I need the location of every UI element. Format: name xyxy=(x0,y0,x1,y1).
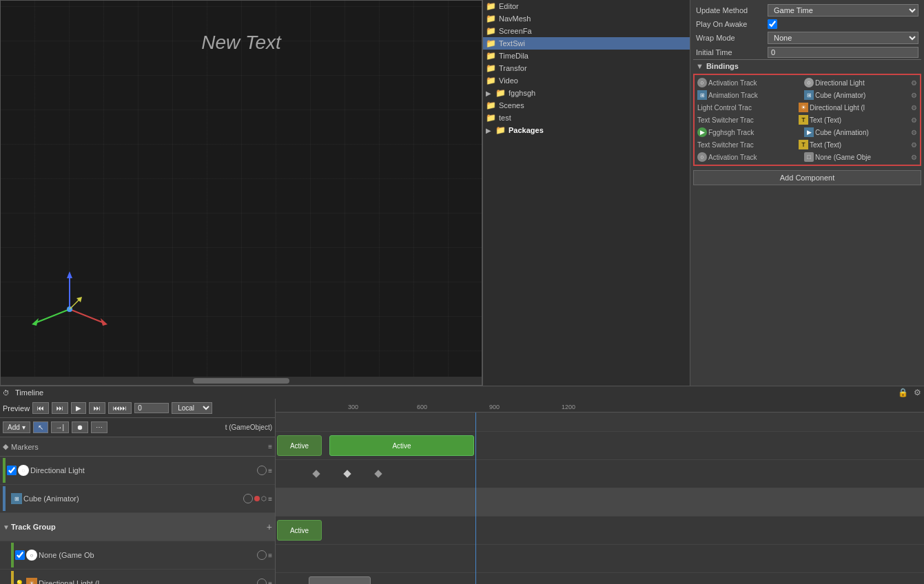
binding-settings-4[interactable]: ⚙ xyxy=(911,116,917,124)
project-item-editor[interactable]: 📁 Editor xyxy=(483,0,690,12)
keyframe-3 xyxy=(374,470,382,477)
project-panel: 📁 Editor 📁 NavMesh 📁 ScreenFa 📁 TextSwi … xyxy=(482,0,690,386)
project-item-fgghsgh[interactable]: ▶ 📁 fgghsgh xyxy=(483,87,690,99)
transport-start-btn[interactable]: ⏮ xyxy=(32,402,49,414)
project-item-video[interactable]: 📁 Video xyxy=(483,74,690,87)
folder-icon: 📁 xyxy=(486,63,496,73)
clip-active-small-1[interactable]: Active xyxy=(277,435,322,456)
binding-track-3: Light Control Trac xyxy=(697,104,797,112)
markers-label: Markers xyxy=(11,443,39,451)
clip-row-dl[interactable]: Active Active xyxy=(276,432,924,460)
project-item-screenfa[interactable]: 📁 ScreenFa xyxy=(483,25,690,37)
keyframe-2 xyxy=(343,470,351,477)
initial-time-input[interactable] xyxy=(768,47,918,58)
ruler-mark-1200: 1200 xyxy=(562,404,575,412)
light-bulb-icon: 💡 xyxy=(15,580,23,585)
clip-row-dll[interactable] xyxy=(276,545,924,573)
project-item-timedila[interactable]: 📁 TimeDila xyxy=(483,50,690,62)
track-row-none-gameobj: ○ None (Game Ob ≡ xyxy=(0,541,275,570)
transport-next-btn[interactable]: ⏭ xyxy=(89,402,105,414)
folder-icon: 📁 xyxy=(486,51,496,61)
project-item-packages[interactable]: ▶ 📁 Packages xyxy=(483,124,690,136)
transport-prev-btn[interactable]: ⏭ xyxy=(52,402,68,414)
track-checkbox-dl[interactable] xyxy=(7,466,17,475)
track-menu-dl[interactable]: ≡ xyxy=(268,467,272,474)
binding-row-7: ○ Activation Track □ None (Game Obje ⚙ xyxy=(696,151,918,163)
lock-icon[interactable]: 🔒 xyxy=(898,388,908,397)
update-method-select[interactable]: Game Time DSP Clock Unscaled Game Time xyxy=(768,4,918,17)
project-item-label-editor: Editor xyxy=(499,2,519,10)
track-mute-btn-dll[interactable] xyxy=(257,578,267,584)
binding-value-icon-2: ⊞ xyxy=(804,90,814,100)
project-item-label-test: test xyxy=(499,114,511,122)
track-color-bar-green2 xyxy=(11,543,14,567)
project-item-textswi[interactable]: 📁 TextSwi xyxy=(483,37,690,50)
clip-row-group xyxy=(276,488,924,517)
track-menu-ng[interactable]: ≡ xyxy=(268,552,272,559)
play-on-awake-label: Play On Awake xyxy=(696,20,765,28)
project-item-label-scenes: Scenes xyxy=(499,101,524,110)
time-input[interactable] xyxy=(134,403,169,413)
wrap-mode-select[interactable]: None Hold Loop PingPong xyxy=(768,32,918,44)
binding-row-1: ○ Activation Track ○ Directional Light ⚙ xyxy=(696,76,918,89)
binding-settings-6[interactable]: ⚙ xyxy=(911,141,917,149)
marker-icon: ◆ xyxy=(3,442,8,451)
clip-row-tt[interactable]: Logo v4 xyxy=(276,573,924,584)
binding-row-2: ⊞ Animation Track ⊞ Cube (Animator) ⚙ xyxy=(696,89,918,101)
bindings-label: Bindings xyxy=(706,62,739,70)
add-component-button[interactable]: Add Component xyxy=(693,170,921,185)
timeline-header: ⏱ Timeline 🔒 ⚙ xyxy=(0,386,924,399)
transport-play-btn[interactable]: ▶ xyxy=(71,402,86,414)
tl-content-area: Active Active Active xyxy=(276,413,924,584)
track-color-bar-blue xyxy=(3,486,6,511)
bottom-section: ⏱ Timeline 🔒 ⚙ Preview ⏮ ⏭ ▶ ⏭ ⏮⏭ xyxy=(0,386,924,584)
timeline-icon: ⏱ xyxy=(3,389,10,397)
transport-end-btn[interactable]: ⏮⏭ xyxy=(108,402,132,414)
svg-marker-1 xyxy=(67,271,72,278)
settings-icon[interactable]: ⚙ xyxy=(914,388,921,397)
track-mute-btn-ca[interactable] xyxy=(243,494,253,503)
clip-active-small-2[interactable]: Active xyxy=(277,520,322,541)
gameobject-label: t (GameObject) xyxy=(225,424,272,431)
play-on-awake-checkbox[interactable] xyxy=(768,19,777,29)
track-group-add-btn[interactable]: + xyxy=(267,521,272,532)
binding-settings-5[interactable]: ⚙ xyxy=(911,129,917,136)
project-item-transfor[interactable]: 📁 Transfor xyxy=(483,62,690,74)
markers-menu[interactable]: ≡ xyxy=(268,443,272,450)
track-menu-dll[interactable]: ≡ xyxy=(268,580,272,585)
viewport: New Text xyxy=(0,0,482,386)
project-item-label-packages: Packages xyxy=(509,126,544,134)
track-checkbox-ng[interactable] xyxy=(15,550,25,560)
tool-record-btn[interactable]: ⏺ xyxy=(72,421,88,433)
project-item-label-video: Video xyxy=(499,76,518,85)
binding-value-1: Directional Light xyxy=(815,79,910,87)
track-color-bar-yellow xyxy=(11,571,14,584)
group-expand-icon[interactable]: ▼ xyxy=(3,523,10,531)
tool-options-btn[interactable]: ⋯ xyxy=(91,421,107,433)
tool-ripple-btn[interactable]: →| xyxy=(51,421,70,433)
binding-value-5: Cube (Animation) xyxy=(815,129,910,136)
clip-logo-v4[interactable]: Logo v4 xyxy=(309,576,371,584)
project-item-scenes[interactable]: 📁 Scenes xyxy=(483,99,690,112)
project-item-navmesh[interactable]: 📁 NavMesh xyxy=(483,12,690,25)
binding-settings-7[interactable]: ⚙ xyxy=(911,154,917,161)
track-row-cube-animator: ⊞ Cube (Animator) ⬡ ≡ xyxy=(0,485,275,513)
activation-track-icon: ○ xyxy=(18,465,29,476)
clip-row-none-gameobj[interactable]: Active xyxy=(276,517,924,545)
clip-row-cube-animator[interactable] xyxy=(276,460,924,488)
track-mute-btn-dl[interactable] xyxy=(257,466,267,475)
add-track-button[interactable]: Add ▾ xyxy=(3,421,30,433)
track-menu-ca[interactable]: ≡ xyxy=(268,495,272,503)
track-controls-dl: ≡ xyxy=(257,466,272,475)
play-on-awake-row: Play On Awake xyxy=(693,18,921,30)
project-item-test[interactable]: 📁 test xyxy=(483,112,690,124)
tool-select-btn[interactable]: ↖ xyxy=(33,421,48,433)
wrap-mode-label: Wrap Mode xyxy=(696,34,765,42)
binding-settings-3[interactable]: ⚙ xyxy=(911,104,917,112)
binding-settings-1[interactable]: ⚙ xyxy=(911,79,917,87)
ruler-mark-600: 600 xyxy=(417,404,427,412)
local-select[interactable]: Local Global xyxy=(172,402,212,414)
track-mute-btn-ng[interactable] xyxy=(257,550,267,560)
clip-active-large-1[interactable]: Active xyxy=(329,435,474,456)
binding-settings-2[interactable]: ⚙ xyxy=(911,92,917,99)
